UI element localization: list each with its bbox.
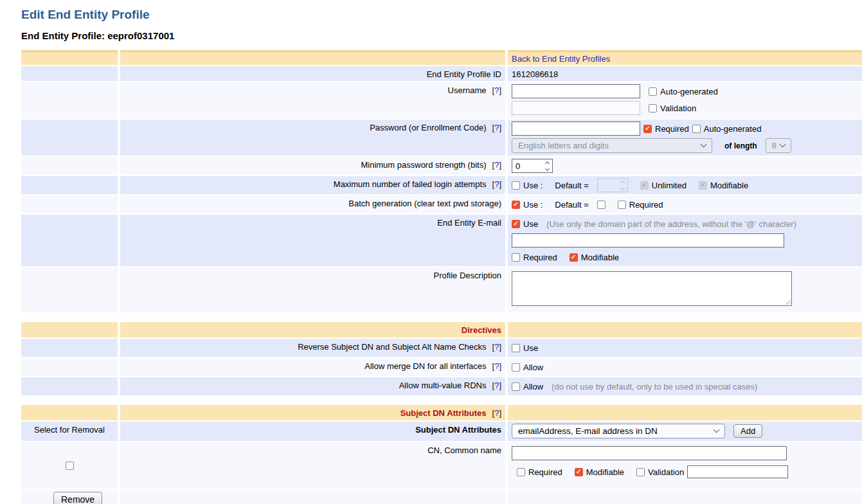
max-failed-default-input[interactable] bbox=[597, 178, 628, 192]
batch-required-checkbox[interactable] bbox=[618, 201, 626, 209]
email-label: End Entity E-mail bbox=[120, 215, 505, 266]
batch-use-label: Use : bbox=[523, 200, 543, 210]
email-use-label: Use bbox=[523, 219, 538, 229]
spinner-down-icon[interactable] bbox=[545, 166, 550, 170]
email-modifiable-checkbox[interactable] bbox=[570, 253, 578, 262]
chevron-down-icon bbox=[714, 427, 720, 433]
batch-use-checkbox[interactable] bbox=[512, 201, 520, 209]
max-failed-default-label: Default = bbox=[555, 181, 588, 190]
allow-merge-help: [?] bbox=[492, 361, 501, 371]
batch-default-checkbox[interactable] bbox=[597, 201, 606, 209]
email-domain-input[interactable] bbox=[512, 233, 784, 248]
profile-id-label: End Entity Profile ID bbox=[120, 66, 505, 81]
max-failed-use-label: Use : bbox=[523, 181, 543, 190]
spinner-up-icon bbox=[620, 180, 625, 184]
max-failed-modifiable-label: Modifiable bbox=[710, 181, 748, 190]
allow-multivalue-label: Allow multi-value RDNs bbox=[399, 381, 487, 390]
username-input[interactable] bbox=[512, 84, 640, 98]
password-required-label: Required bbox=[655, 124, 689, 134]
password-length-select[interactable]: 8 bbox=[766, 138, 791, 153]
password-autogenerated-label: Auto-generated bbox=[704, 124, 762, 134]
batch-label: Batch generation (clear text pwd storage… bbox=[120, 195, 505, 213]
cn-validation-input[interactable] bbox=[687, 465, 788, 478]
batch-default-label: Default = bbox=[555, 200, 588, 210]
profile-name-heading: End Entity Profile: eeprof0317001 bbox=[21, 30, 862, 41]
email-modifiable-label: Modifiable bbox=[581, 253, 619, 262]
email-note: (Use only the domain part of the address… bbox=[546, 219, 796, 229]
username-label: Username bbox=[448, 86, 487, 95]
subject-dn-title: Subject DN Attributes bbox=[400, 408, 487, 418]
page-content: Edit End Entity Profile End Entity Profi… bbox=[0, 0, 862, 504]
cn-label: CN, Common name bbox=[120, 442, 505, 489]
reverse-dn-use-checkbox[interactable] bbox=[512, 344, 520, 352]
username-validation-input[interactable] bbox=[512, 101, 640, 115]
subject-dn-table: Subject DN Attributes [?] Select for Rem… bbox=[21, 405, 862, 504]
back-to-profiles-link[interactable]: Back to End Entity Profiles bbox=[512, 54, 610, 64]
main-profile-table: Back to End Entity Profiles End Entity P… bbox=[21, 50, 862, 312]
username-help: [?] bbox=[492, 86, 501, 95]
chevron-down-icon bbox=[701, 141, 707, 148]
min-strength-label: Minimum password strength (bits) bbox=[361, 160, 486, 170]
cn-value-input[interactable] bbox=[512, 446, 787, 460]
min-password-strength-input[interactable]: 0 bbox=[512, 159, 553, 173]
max-failed-modifiable-checkbox[interactable] bbox=[699, 181, 707, 190]
max-failed-unlimited-label: Unlimited bbox=[652, 181, 687, 190]
password-help: [?] bbox=[492, 123, 501, 132]
max-failed-help: [?] bbox=[492, 179, 501, 189]
min-strength-value: 0 bbox=[516, 161, 520, 171]
spinner-up-icon[interactable] bbox=[545, 161, 550, 165]
max-failed-label: Maximum number of failed login attempts bbox=[334, 179, 487, 189]
chevron-down-icon bbox=[779, 141, 786, 148]
reverse-dn-checks-label: Reverse Subject DN and Subject Alt Name … bbox=[298, 342, 486, 352]
email-required-checkbox[interactable] bbox=[512, 253, 520, 262]
cn-modifiable-checkbox[interactable] bbox=[575, 468, 583, 476]
cn-validation-checkbox[interactable] bbox=[636, 468, 645, 476]
username-validation-checkbox[interactable] bbox=[649, 104, 657, 113]
of-length-label: of length bbox=[724, 141, 757, 150]
subject-dn-attribute-select[interactable]: emailAddress, E-mail address in DN bbox=[512, 424, 725, 438]
allow-merge-checkbox[interactable] bbox=[512, 363, 520, 372]
allow-merge-checkbox-label: Allow bbox=[523, 363, 543, 372]
email-use-checkbox[interactable] bbox=[512, 220, 520, 228]
select-for-removal-label: Select for Removal bbox=[21, 422, 118, 441]
cn-required-label: Required bbox=[528, 467, 562, 477]
spinner-icons bbox=[621, 181, 624, 190]
username-validation-label: Validation bbox=[660, 104, 696, 113]
directives-title: Directives bbox=[120, 322, 505, 338]
password-autogenerated-checkbox[interactable] bbox=[692, 125, 701, 133]
password-required-checkbox[interactable] bbox=[643, 125, 652, 133]
allow-multivalue-help: [?] bbox=[492, 381, 501, 390]
reverse-dn-use-label: Use bbox=[523, 343, 538, 353]
spinner-down-icon bbox=[620, 185, 625, 190]
cn-modifiable-label: Modifiable bbox=[586, 467, 624, 477]
profile-description-textarea[interactable] bbox=[512, 271, 792, 306]
username-autogenerated-label: Auto-generated bbox=[660, 87, 718, 96]
description-label: Profile Description bbox=[120, 267, 505, 312]
password-input[interactable] bbox=[512, 122, 640, 136]
password-generator-select[interactable]: English letters and digits bbox=[512, 138, 712, 153]
reverse-dn-help: [?] bbox=[492, 342, 501, 352]
max-failed-use-checkbox[interactable] bbox=[512, 181, 520, 190]
cn-required-checkbox[interactable] bbox=[517, 468, 525, 476]
add-attribute-button[interactable]: Add bbox=[733, 424, 762, 438]
password-label: Password (or Enrollment Code) bbox=[370, 123, 486, 132]
subject-dn-help: [?] bbox=[492, 408, 501, 418]
batch-required-label: Required bbox=[629, 200, 663, 210]
page-title: Edit End Entity Profile bbox=[21, 8, 862, 22]
max-failed-unlimited-checkbox[interactable] bbox=[640, 181, 649, 190]
spinner-icons[interactable] bbox=[546, 162, 549, 170]
allow-multivalue-checkbox[interactable] bbox=[512, 382, 520, 391]
cn-removal-checkbox[interactable] bbox=[66, 462, 74, 470]
subject-dn-attributes-label: Subject DN Attributes bbox=[120, 422, 505, 441]
email-required-label: Required bbox=[523, 253, 557, 262]
cn-validation-label: Validation bbox=[648, 467, 684, 477]
allow-merge-dn-label: Allow merge DN for all interfaces bbox=[364, 361, 486, 371]
profile-id-value: 1612086618 bbox=[508, 66, 862, 81]
remove-button[interactable]: Remove bbox=[53, 492, 102, 504]
allow-multivalue-note: (do not use by default, only to be used … bbox=[552, 382, 757, 392]
min-strength-help: [?] bbox=[492, 160, 501, 170]
directives-table: Directives Reverse Subject DN and Subjec… bbox=[21, 322, 862, 395]
allow-multivalue-checkbox-label: Allow bbox=[523, 382, 543, 392]
username-autogenerated-checkbox[interactable] bbox=[649, 87, 657, 96]
